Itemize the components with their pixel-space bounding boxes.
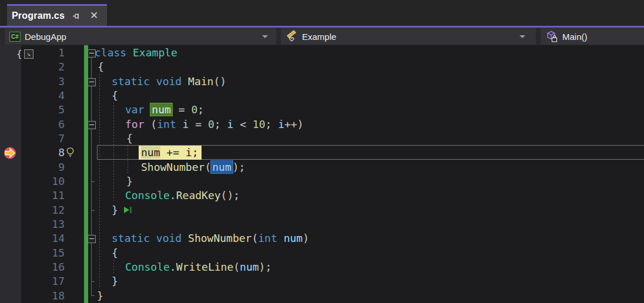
code-line-text[interactable]: class Example	[95, 46, 177, 60]
code-line[interactable]: 15{	[0, 246, 644, 261]
line-number: 15	[21, 246, 65, 260]
code-line-text[interactable]: }	[97, 289, 103, 303]
code-line[interactable]: 5var num = 0;	[0, 103, 644, 117]
fold-collapse-toggle[interactable]	[88, 235, 96, 243]
code-line[interactable]: 9ShowNumber(num);	[0, 160, 644, 175]
code-line-text[interactable]: {	[112, 246, 118, 260]
code-line[interactable]: 7{	[0, 132, 644, 146]
code-line[interactable]: 11Console.ReadKey();	[0, 188, 644, 203]
line-number: 5	[21, 103, 65, 117]
code-line-text[interactable]: {	[126, 132, 133, 146]
code-line[interactable]: 13	[0, 217, 644, 232]
line-number: 17	[21, 274, 65, 288]
type-dropdown[interactable]: Example	[281, 28, 536, 45]
code-line[interactable]: 3static void Main()	[0, 75, 644, 89]
project-dropdown[interactable]: C# DebugApp	[5, 28, 276, 45]
tab-program-cs[interactable]: Program.cs ✕	[7, 4, 107, 26]
fold-collapse-toggle[interactable]	[88, 49, 96, 58]
member-dropdown[interactable]: Main()	[541, 28, 644, 45]
code-line-text[interactable]: {	[98, 60, 104, 74]
chevron-down-icon[interactable]	[262, 35, 268, 38]
line-number: 16	[21, 260, 65, 274]
code-line[interactable]: 18}	[0, 289, 644, 303]
chevron-down-icon[interactable]	[519, 35, 525, 38]
code-line[interactable]: 10}	[0, 174, 644, 189]
code-line-text[interactable]: Console.ReadKey();	[125, 188, 240, 203]
pin-icon[interactable]	[71, 10, 82, 22]
code-line-text[interactable]: }	[112, 274, 118, 288]
line-number: 13	[21, 217, 65, 231]
code-line[interactable]: 6for (int i = 0; i < 10; i++)	[0, 117, 644, 132]
line-number: 14	[21, 231, 65, 245]
member-dropdown-label: Main()	[562, 32, 588, 42]
code-line[interactable]: 2{	[0, 60, 644, 75]
line-number: 10	[21, 174, 65, 188]
code-line[interactable]: 12}	[0, 203, 644, 218]
line-number: 8	[21, 146, 65, 160]
code-line-text[interactable]: Console.WriteLine(num);	[125, 260, 271, 274]
navigation-bar: C# DebugApp Example Main	[0, 26, 644, 45]
method-private-icon	[545, 31, 558, 43]
code-line-text[interactable]: static void Main()	[112, 75, 226, 89]
csharp-project-icon: C#	[9, 32, 21, 42]
line-number: 2	[21, 60, 65, 74]
code-line-text[interactable]: var num = 0;	[125, 103, 204, 117]
code-line-text[interactable]: {	[112, 89, 118, 103]
code-line-text[interactable]: static void ShowNumber(int num)	[112, 231, 309, 245]
line-number: 3	[21, 75, 65, 89]
code-lines: 1class Example2{3static void Main()4{5va…	[0, 46, 644, 303]
line-number: 7	[21, 132, 65, 146]
code-line[interactable]: 14static void ShowNumber(int num)	[0, 231, 644, 246]
code-line-text[interactable]: }	[126, 174, 133, 188]
code-line-text[interactable]: for (int i = 0; i < 10; i++)	[125, 117, 304, 132]
run-to-cursor-icon[interactable]	[123, 204, 132, 218]
code-line-text[interactable]: }	[112, 203, 132, 218]
line-number: 9	[21, 160, 65, 174]
fold-collapse-toggle[interactable]	[88, 121, 96, 129]
code-line[interactable]: 8num += i;	[0, 146, 644, 160]
project-dropdown-label: DebugApp	[25, 32, 66, 42]
code-line[interactable]: 1class Example	[0, 46, 644, 60]
line-number: 12	[21, 203, 65, 217]
code-line-text[interactable]: ShowNumber(num);	[141, 160, 245, 174]
tab-strip: Program.cs ✕	[0, 0, 644, 26]
type-dropdown-label: Example	[302, 32, 336, 42]
class-internal-icon	[286, 31, 298, 43]
fold-collapse-toggle[interactable]	[88, 78, 96, 86]
line-number: 6	[21, 117, 65, 132]
line-number: 4	[21, 89, 65, 103]
line-number: 1	[21, 46, 65, 60]
line-number: 11	[21, 188, 65, 203]
code-editor[interactable]: {↘ 1class Example2{3static void Main()4{…	[0, 45, 644, 303]
close-icon[interactable]: ✕	[88, 10, 100, 22]
code-line[interactable]: 16Console.WriteLine(num);	[0, 260, 644, 275]
definition-highlight: num	[150, 103, 173, 116]
code-line[interactable]: 4{	[0, 89, 644, 103]
reference-highlight: num	[210, 160, 233, 174]
current-statement-highlight: num += i;	[139, 146, 202, 160]
code-line-text[interactable]: num += i;	[139, 146, 202, 160]
tab-title: Program.cs	[12, 11, 65, 21]
code-line[interactable]: 17}	[0, 274, 644, 289]
line-number: 18	[21, 289, 65, 303]
